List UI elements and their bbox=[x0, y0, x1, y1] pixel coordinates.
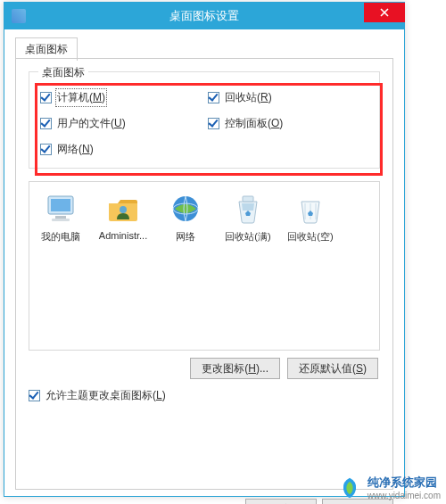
checkbox-network[interactable] bbox=[40, 144, 52, 155]
watermark-brand: 纯净系统家园 bbox=[368, 475, 441, 491]
checkbox-recycle-row: 回收站(R) bbox=[208, 90, 368, 105]
svg-point-4 bbox=[120, 206, 127, 213]
svg-rect-2 bbox=[55, 216, 66, 219]
window-title: 桌面图标设置 bbox=[4, 8, 404, 24]
watermark-url: www.yidaimei.com bbox=[368, 491, 441, 500]
icon-buttons-row: 更改图标(H)... 还原默认值(S) bbox=[29, 358, 378, 379]
recycle-full-icon bbox=[230, 191, 266, 227]
checkbox-computer-row: 计算机(M) bbox=[40, 90, 201, 105]
ok-button[interactable]: 确定 bbox=[245, 499, 317, 504]
folder-user-icon bbox=[105, 191, 141, 227]
icon-network[interactable]: 网络 bbox=[154, 187, 217, 247]
icon-preview-list: 我的电脑 Administr... bbox=[29, 181, 380, 351]
checkbox-userdocs-label: 用户的文件(U) bbox=[57, 116, 126, 131]
watermark: 纯净系统家园 www.yidaimei.com bbox=[337, 475, 441, 500]
icon-administrator-label: Administr... bbox=[95, 230, 152, 241]
checkbox-cpanel-label: 控制面板(O) bbox=[225, 116, 283, 131]
checkbox-userdocs[interactable] bbox=[40, 118, 52, 129]
checkbox-cpanel-row: 控制面板(O) bbox=[208, 116, 368, 131]
checkbox-network-label: 网络(N) bbox=[57, 142, 94, 157]
checkbox-computer[interactable] bbox=[40, 92, 52, 103]
fieldset-legend: 桌面图标 bbox=[38, 65, 88, 80]
icon-recycle-full-label: 回收站(满) bbox=[219, 230, 277, 244]
checkbox-computer-label: 计算机(M) bbox=[57, 90, 105, 105]
fieldset-desktop-icons: 桌面图标 计算机(M) 回收站(R) 用户的文件(U) bbox=[29, 71, 380, 169]
icon-network-label: 网络 bbox=[157, 230, 214, 244]
svg-rect-1 bbox=[51, 199, 70, 211]
checkbox-grid: 计算机(M) 回收站(R) 用户的文件(U) 控制面板(O) bbox=[40, 90, 368, 157]
checkbox-allow-theme[interactable] bbox=[29, 390, 40, 401]
monitor-icon bbox=[43, 191, 78, 227]
change-icon-button[interactable]: 更改图标(H)... bbox=[190, 358, 280, 379]
icon-my-computer-label: 我的电脑 bbox=[32, 230, 89, 244]
icon-recycle-empty-label: 回收站(空) bbox=[282, 230, 339, 244]
app-icon bbox=[12, 9, 26, 23]
icon-recycle-empty[interactable]: 回收站(空) bbox=[279, 187, 342, 247]
icon-administrator[interactable]: Administr... bbox=[92, 187, 154, 247]
checkbox-recycle-label: 回收站(R) bbox=[225, 90, 272, 105]
checkbox-recycle[interactable] bbox=[208, 92, 219, 103]
titlebar: 桌面图标设置 bbox=[4, 3, 404, 29]
tab-strip: 桌面图标 bbox=[15, 37, 393, 58]
globe-icon bbox=[168, 191, 203, 227]
allow-theme-row: 允许主题更改桌面图标(L) bbox=[29, 388, 380, 403]
checkbox-userdocs-row: 用户的文件(U) bbox=[40, 116, 201, 131]
recycle-empty-icon bbox=[293, 191, 328, 227]
watermark-logo-icon bbox=[337, 475, 362, 500]
close-icon bbox=[380, 8, 389, 17]
icon-recycle-full[interactable]: 回收站(满) bbox=[217, 187, 279, 247]
svg-rect-3 bbox=[52, 219, 70, 221]
restore-defaults-button[interactable]: 还原默认值(S) bbox=[287, 358, 378, 379]
dialog-body: 桌面图标 桌面图标 计算机(M) 回收站(R) 用 bbox=[4, 29, 404, 490]
icon-my-computer[interactable]: 我的电脑 bbox=[29, 187, 92, 247]
svg-rect-7 bbox=[243, 196, 253, 202]
close-button[interactable] bbox=[364, 3, 405, 22]
allow-theme-label: 允许主题更改桌面图标(L) bbox=[45, 388, 166, 403]
checkbox-cpanel[interactable] bbox=[208, 118, 219, 129]
checkbox-network-row: 网络(N) bbox=[40, 142, 201, 157]
tab-panel: 桌面图标 计算机(M) 回收站(R) 用户的文件(U) bbox=[15, 58, 393, 490]
dialog-window: 桌面图标设置 桌面图标 桌面图标 计算机(M) 回收站(R) bbox=[4, 2, 405, 497]
